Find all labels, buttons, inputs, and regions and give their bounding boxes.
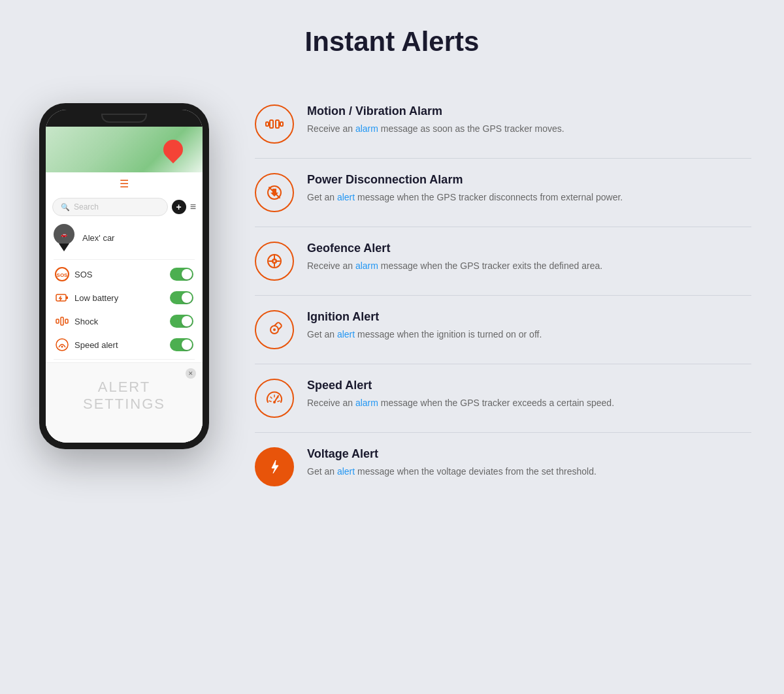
low-battery-toggle[interactable] (170, 291, 193, 304)
ignition-desc: Get an alert message when the ignition i… (307, 328, 751, 341)
svg-line-25 (278, 401, 280, 402)
phone-search-bar: 🔍 Search + ≡ (52, 198, 196, 216)
alerts-list: Motion / Vibration Alarm Receive an alar… (255, 90, 751, 501)
speed-icon (55, 338, 69, 352)
speed-title: Speed Alert (307, 379, 751, 392)
geofence-item: Geofence Alert Receive an alarm message … (255, 227, 751, 296)
page-title: Instant Alerts (305, 26, 480, 57)
svg-text:SOS: SOS (57, 272, 69, 278)
svg-line-22 (270, 397, 272, 398)
voltage-icon (255, 447, 294, 486)
speed-desc: Receive an alarm message when the GPS tr… (307, 396, 751, 410)
search-icon: 🔍 (61, 203, 70, 212)
sos-label: SOS (74, 270, 92, 279)
svg-point-18 (273, 328, 276, 331)
sos-alert-row: SOS SOS (46, 262, 203, 286)
list-icon: ≡ (190, 201, 196, 213)
speed-item: Speed Alert Receive an alarm message whe… (255, 364, 751, 433)
phone-bottom-panel: ✕ ALERT SETTINGS (46, 362, 203, 443)
ignition-title: Ignition Alert (307, 310, 751, 324)
power-disconnection-title: Power Disconnection Alarm (307, 173, 751, 187)
geofence-desc: Receive an alarm message when the GPS tr… (307, 259, 751, 273)
add-button[interactable]: + (172, 200, 186, 214)
svg-point-8 (61, 346, 63, 348)
speed-alert-icon (255, 379, 294, 418)
phone-notch (46, 110, 203, 127)
motion-vibration-title: Motion / Vibration Alarm (307, 104, 751, 118)
motion-vibration-text: Motion / Vibration Alarm Receive an alar… (307, 104, 751, 136)
geofence-title: Geofence Alert (307, 242, 751, 255)
phone-content: ☰ 🔍 Search + ≡ 🚗 (46, 172, 203, 443)
shock-icon (55, 314, 69, 328)
svg-rect-4 (56, 319, 59, 323)
svg-point-20 (273, 401, 276, 403)
motion-vibration-desc: Receive an alarm message as soon as the … (307, 122, 751, 136)
speed-alert-row: Speed alert (46, 333, 203, 356)
motion-vibration-icon (255, 104, 294, 144)
low-battery-alert-row: Low battery (46, 286, 203, 309)
sos-icon: SOS (55, 267, 69, 281)
svg-rect-10 (276, 120, 279, 128)
menu-icon: ☰ (120, 178, 129, 190)
sos-toggle[interactable] (170, 268, 193, 281)
search-placeholder: Search (74, 202, 99, 212)
svg-rect-12 (280, 122, 283, 126)
ignition-item: Ignition Alert Get an alert message when… (255, 296, 751, 364)
svg-rect-2 (56, 294, 66, 301)
phone-mockup: ☰ 🔍 Search + ≡ 🚗 (33, 103, 216, 449)
svg-rect-9 (270, 120, 273, 128)
speed-alert-label: Speed alert (74, 340, 118, 350)
search-input[interactable]: 🔍 Search (52, 198, 168, 216)
close-button[interactable]: ✕ (186, 368, 196, 379)
voltage-desc: Get an alert message when the voltage de… (307, 465, 751, 479)
power-disconnection-desc: Get an alert message when the GPS tracke… (307, 191, 751, 204)
low-battery-label: Low battery (74, 293, 118, 303)
battery-icon (55, 291, 69, 305)
geofence-icon (255, 242, 294, 281)
ignition-text: Ignition Alert Get an alert message when… (307, 310, 751, 341)
car-name: Alex' car (82, 233, 114, 243)
speed-text: Speed Alert Receive an alarm message whe… (307, 379, 751, 410)
power-disconnection-item: Power Disconnection Alarm Get an alert m… (255, 159, 751, 227)
speed-alert-toggle[interactable] (170, 338, 193, 351)
power-disconnection-text: Power Disconnection Alarm Get an alert m… (307, 173, 751, 204)
car-avatar: 🚗 (54, 224, 74, 245)
svg-point-16 (272, 259, 276, 263)
motion-vibration-item: Motion / Vibration Alarm Receive an alar… (255, 90, 751, 159)
svg-line-21 (269, 401, 271, 402)
alert-settings-text: ALERT SETTINGS (55, 379, 193, 413)
svg-rect-5 (61, 317, 63, 325)
shock-label: Shock (74, 317, 98, 326)
car-item: 🚗 Alex' car (46, 219, 203, 257)
geofence-text: Geofence Alert Receive an alarm message … (307, 242, 751, 273)
power-disconnection-icon (255, 173, 294, 212)
voltage-text: Voltage Alert Get an alert message when … (307, 447, 751, 479)
svg-rect-6 (65, 319, 68, 323)
voltage-item: Voltage Alert Get an alert message when … (255, 433, 751, 501)
ignition-icon (255, 310, 294, 349)
phone-map (46, 127, 203, 172)
svg-rect-11 (266, 122, 269, 126)
svg-rect-3 (66, 296, 68, 299)
shock-alert-row: Shock (46, 309, 203, 333)
voltage-title: Voltage Alert (307, 447, 751, 461)
shock-toggle[interactable] (170, 315, 193, 328)
